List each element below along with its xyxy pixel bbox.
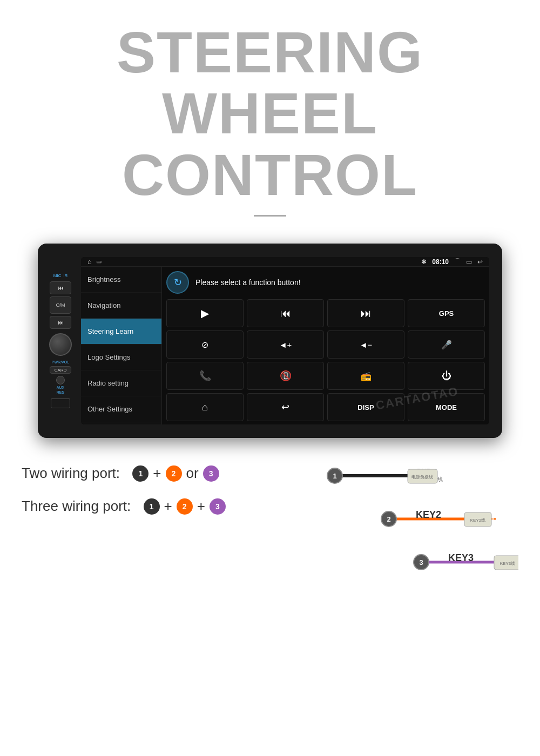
screen-body: Brightness Navigation Steering Learn Log… xyxy=(81,267,489,424)
home-button[interactable]: ⌂ xyxy=(166,393,244,421)
vol-down-button[interactable]: ◄− xyxy=(327,330,404,359)
sidebar-menu: Brightness Navigation Steering Learn Log… xyxy=(81,267,162,424)
home-icon[interactable]: ⌂ xyxy=(87,258,92,266)
svg-text:电源负极线: 电源负极线 xyxy=(411,475,433,480)
vol-up-button[interactable]: ◄+ xyxy=(247,330,324,359)
radio-button[interactable]: 📻 xyxy=(327,362,404,390)
play-button[interactable]: ▶ xyxy=(166,299,244,327)
gps-button[interactable]: GPS xyxy=(408,299,485,327)
content-title: Please select a function button! xyxy=(195,278,301,287)
main-content: ↻ Please select a function button! ▶ ⏮ ⏭… xyxy=(162,267,489,424)
wiring-svg: 1 GND− 电源负极线 2 KEY2 3 KEY3 KEY2线 KEY3线 电… xyxy=(302,454,518,595)
menu-other-settings[interactable]: Other Settings xyxy=(81,396,161,422)
om-button[interactable]: O/M xyxy=(50,296,71,314)
hangup-button[interactable]: 📵 xyxy=(247,362,324,390)
card-slot: CARD xyxy=(50,366,71,374)
num2-circle-a: 2 xyxy=(166,465,182,482)
svg-text:1: 1 xyxy=(333,472,336,480)
func-grid: ▶ ⏮ ⏭ GPS ⊘ ◄+ ◄− 🎤 📞 📵 📻 ⏻ ⌂ ↩ xyxy=(166,299,485,421)
back-button[interactable]: ↩ xyxy=(247,393,324,421)
menu-brightness[interactable]: Brightness xyxy=(81,267,161,293)
menu-navigation[interactable]: Navigation xyxy=(81,293,161,319)
svg-text:KEY3线: KEY3线 xyxy=(500,561,515,566)
num1-circle-a: 1 xyxy=(132,465,148,482)
status-left: ⌂ ▭ xyxy=(87,258,102,266)
menu-logo-settings[interactable]: Logo Settings xyxy=(81,345,161,370)
signal-icon: ⌒ xyxy=(454,257,461,266)
title-divider xyxy=(254,215,286,217)
stereo-wrapper: MIC IR ⏮ O/M ⏭ PWR/VOL CARD AUX RES ⌂ ▭ xyxy=(0,244,540,438)
refresh-button[interactable]: ↻ xyxy=(166,271,189,294)
three-port-line: Three wiring port: 1 + 2 + 3 xyxy=(22,498,281,515)
svg-text:2: 2 xyxy=(387,515,390,523)
status-bar: ⌂ ▭ ✱ 08:10 ⌒ ▭ ↩ xyxy=(81,257,489,267)
mute-button[interactable]: ⊘ xyxy=(166,330,244,359)
wiring-section: Two wiring port: 1 + 2 or 3 Three wiring… xyxy=(0,454,540,595)
svg-text:KEY3: KEY3 xyxy=(448,552,474,563)
wiring-text: Two wiring port: 1 + 2 or 3 Three wiring… xyxy=(22,454,281,531)
num2-circle-b: 2 xyxy=(177,498,193,515)
stereo-unit: MIC IR ⏮ O/M ⏭ PWR/VOL CARD AUX RES ⌂ ▭ xyxy=(38,244,502,438)
mic-ir-label: MIC IR xyxy=(53,273,68,278)
mic-button[interactable]: 🎤 xyxy=(408,330,485,359)
three-port-label: Three wiring port: xyxy=(22,498,131,515)
wiring-diagram: 1 GND− 电源负极线 2 KEY2 3 KEY3 KEY2线 KEY3线 电… xyxy=(302,454,518,595)
num1-circle-b: 1 xyxy=(144,498,160,515)
prev-track-button[interactable]: ⏮ xyxy=(247,299,324,327)
bluetooth-icon: ✱ xyxy=(421,258,427,266)
prev-button[interactable]: ⏮ xyxy=(50,281,71,294)
page-title: STEERING WHEEL CONTROL xyxy=(11,22,529,205)
next-track-button[interactable]: ⏭ xyxy=(327,299,404,327)
menu-steering-learn[interactable]: Steering Learn xyxy=(81,319,161,345)
menu-radio-setting[interactable]: Radio setting xyxy=(81,370,161,396)
aux-jack[interactable] xyxy=(56,376,65,384)
svg-text:3: 3 xyxy=(419,558,423,566)
call-button[interactable]: 📞 xyxy=(166,362,244,390)
num3-circle-a: 3 xyxy=(203,465,219,482)
left-controls: MIC IR ⏮ O/M ⏭ PWR/VOL CARD AUX RES xyxy=(45,273,76,408)
mode-button[interactable]: MODE xyxy=(408,393,485,421)
two-port-line: Two wiring port: 1 + 2 or 3 xyxy=(22,465,281,482)
next-button[interactable]: ⏭ xyxy=(50,316,71,329)
pwr-vol-knob[interactable] xyxy=(49,333,72,356)
svg-text:KEY2线: KEY2线 xyxy=(470,518,485,523)
power-button[interactable]: ⏻ xyxy=(408,362,485,390)
svg-text:KEY2: KEY2 xyxy=(416,509,441,520)
two-port-label: Two wiring port: xyxy=(22,465,120,482)
window-icon[interactable]: ▭ xyxy=(96,258,102,265)
back-icon[interactable]: ↩ xyxy=(477,258,483,266)
num3-circle-b: 3 xyxy=(210,498,226,515)
usb-slot[interactable] xyxy=(51,399,70,408)
disp-button[interactable]: DISP xyxy=(327,393,404,421)
content-header: ↻ Please select a function button! xyxy=(166,271,485,294)
status-time: 08:10 xyxy=(432,258,449,266)
screen-icon[interactable]: ▭ xyxy=(466,258,472,266)
screen: ⌂ ▭ ✱ 08:10 ⌒ ▭ ↩ Brightness Navigation … xyxy=(81,257,489,424)
status-right: ✱ 08:10 ⌒ ▭ ↩ xyxy=(421,257,483,266)
title-section: STEERING WHEEL CONTROL xyxy=(0,0,540,227)
